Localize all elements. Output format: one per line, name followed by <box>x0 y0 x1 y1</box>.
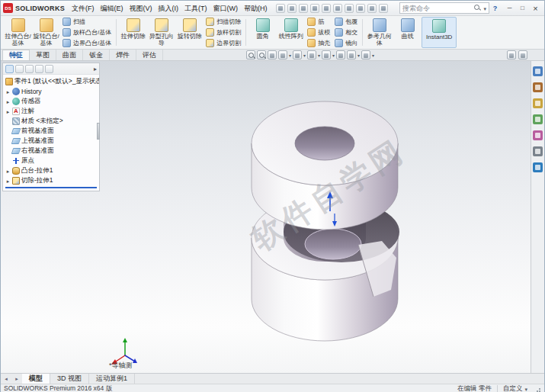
tree-item-annotations[interactable]: 注解 <box>3 106 99 116</box>
display-style-chevron-icon[interactable] <box>318 51 320 59</box>
featuremanager-tree-icon[interactable] <box>5 65 14 73</box>
top-hole[interactable] <box>295 127 354 160</box>
tree-item-front-plane[interactable]: 前视基准面 <box>3 126 99 136</box>
customize-menu[interactable]: 自定义 <box>503 384 527 392</box>
panel-splitter[interactable] <box>97 123 100 140</box>
tree-item-top-plane[interactable]: 上视基准面 <box>3 136 99 146</box>
appearances-scenes-icon[interactable] <box>533 130 543 140</box>
help-button[interactable] <box>489 5 501 12</box>
sweep-cut-button[interactable]: 扫描切除 <box>206 17 241 27</box>
extrude-cut-button[interactable]: 拉伸切除 <box>119 17 147 48</box>
tree-item-origin[interactable]: 原点 <box>3 156 99 165</box>
tree-item-boss-extrude1[interactable]: 凸台-拉伸1 <box>3 165 99 175</box>
tree-item-right-plane[interactable]: 右视基准面 <box>3 146 99 156</box>
tree-item-sensors[interactable]: 传感器 <box>3 96 99 106</box>
tree-root[interactable]: 零件1 (默认<<默认>_显示状态 1>) <box>3 76 99 86</box>
resize-grip[interactable] <box>534 385 541 392</box>
menu-view[interactable]: 视图(V) <box>127 2 155 15</box>
tree-item-cut-extrude1[interactable]: 切除-拉伸1 <box>3 175 99 185</box>
curves-button[interactable]: 曲线 <box>393 17 422 48</box>
tab-sheet-metal[interactable]: 钣金 <box>83 50 110 60</box>
tab-sketch[interactable]: 草图 <box>30 50 56 60</box>
wrap-button[interactable]: 包覆 <box>335 17 357 27</box>
hide-show-items-icon[interactable] <box>322 50 331 59</box>
view-orientation-icon[interactable] <box>293 50 302 59</box>
tab-surfaces[interactable]: 曲面 <box>56 50 83 60</box>
sweep-button[interactable]: 扫描 <box>63 17 111 27</box>
zoom-to-fit-icon[interactable] <box>246 50 255 59</box>
save-icon[interactable] <box>299 4 308 13</box>
view-settings-chevron-icon[interactable] <box>372 51 374 59</box>
new-file-icon[interactable] <box>276 4 285 13</box>
boundary-cut-button[interactable]: 边界切割 <box>206 38 241 48</box>
file-explorer-icon[interactable] <box>533 98 543 108</box>
design-library-icon[interactable] <box>533 82 543 92</box>
previous-view-icon[interactable] <box>268 50 277 59</box>
bottom-hole[interactable] <box>305 229 361 259</box>
intersect-button[interactable]: 相交 <box>335 27 357 37</box>
display-style-icon[interactable] <box>307 50 316 59</box>
expand-arrow-icon[interactable] <box>5 177 11 185</box>
solidworks-resources-icon[interactable] <box>533 66 543 76</box>
menu-window[interactable]: 窗口(W) <box>210 2 242 15</box>
tab-weldments[interactable]: 焊件 <box>110 50 136 60</box>
tree-item-material[interactable]: 材质 <未指定> <box>3 116 99 126</box>
menu-edit[interactable]: 编辑(E) <box>98 2 127 15</box>
undo-icon[interactable] <box>322 4 331 13</box>
rollback-bar[interactable] <box>5 187 97 188</box>
expand-arrow-icon[interactable] <box>5 98 11 105</box>
menu-tools[interactable]: 工具(T) <box>181 2 210 15</box>
tab-scroll-right-icon[interactable] <box>11 374 22 384</box>
tab-features[interactable]: 特征 <box>2 50 30 60</box>
solidworks-forum-icon[interactable] <box>533 162 543 172</box>
tab-evaluate[interactable]: 评估 <box>136 50 163 60</box>
part-model[interactable] <box>252 101 399 341</box>
rebuild-icon[interactable] <box>356 4 365 13</box>
edit-appearance-icon[interactable] <box>336 50 345 59</box>
instant3d-toggle[interactable]: Instant3D <box>422 17 457 48</box>
apply-scene-chevron-icon[interactable] <box>357 51 360 59</box>
displaymanager-icon[interactable] <box>45 65 53 73</box>
configurationmanager-icon[interactable] <box>25 65 34 73</box>
close-button[interactable] <box>529 2 542 14</box>
reference-geometry-button[interactable]: 参考几何体 <box>365 17 393 48</box>
draft-button[interactable]: 拔模 <box>307 27 330 37</box>
search-input[interactable] <box>402 5 472 12</box>
loft-cut-button[interactable]: 放样切割 <box>206 27 241 37</box>
apply-scene-icon[interactable] <box>347 50 356 59</box>
menu-insert[interactable]: 插入(I) <box>155 2 182 15</box>
tab-scroll-left-icon[interactable] <box>1 374 11 384</box>
view-palette-icon[interactable] <box>533 114 543 124</box>
options-icon[interactable] <box>367 4 377 13</box>
rib-button[interactable]: 筋 <box>307 17 330 27</box>
tab-model[interactable]: 模型 <box>22 374 50 384</box>
view-settings-icon[interactable] <box>361 50 370 59</box>
dimxpertmanager-icon[interactable] <box>35 65 43 73</box>
mirror-button[interactable]: 镜向 <box>335 38 357 48</box>
maximize-button[interactable] <box>516 2 529 14</box>
custom-properties-icon[interactable] <box>533 146 543 156</box>
hide-show-chevron-icon[interactable] <box>332 51 335 59</box>
hole-wizard-button[interactable]: 异型孔向导 <box>147 17 175 48</box>
zoom-to-area-icon[interactable] <box>257 50 266 59</box>
expand-arrow-icon[interactable] <box>5 88 11 95</box>
tab-3d-views[interactable]: 3D 视图 <box>50 374 89 384</box>
view-orientation-chevron-icon[interactable] <box>303 51 306 59</box>
tab-motion-study[interactable]: 运动算例1 <box>89 374 135 384</box>
revolve-boss-button[interactable]: 旋转凸台/基体 <box>32 17 60 48</box>
open-file-icon[interactable] <box>287 4 297 13</box>
loft-button[interactable]: 放样凸台/基体 <box>63 27 111 37</box>
expand-arrow-icon[interactable] <box>5 108 11 115</box>
fillet-button[interactable]: 圆角 <box>248 17 277 48</box>
print-icon[interactable] <box>310 4 319 13</box>
appearance-icon[interactable] <box>379 4 388 13</box>
fullscreen-icon[interactable] <box>518 50 527 59</box>
linear-pattern-button[interactable]: 线性阵列 <box>277 17 305 48</box>
panel-expand-chevron-icon[interactable] <box>94 65 97 72</box>
section-view-icon[interactable] <box>278 50 287 59</box>
extrude-boss-button[interactable]: 拉伸凸台/基体 <box>4 17 32 48</box>
search-icon[interactable] <box>474 5 481 11</box>
expand-arrow-icon[interactable] <box>5 167 11 175</box>
section-view-chevron-icon[interactable] <box>289 51 291 59</box>
revolve-cut-button[interactable]: 旋转切除 <box>175 17 204 48</box>
